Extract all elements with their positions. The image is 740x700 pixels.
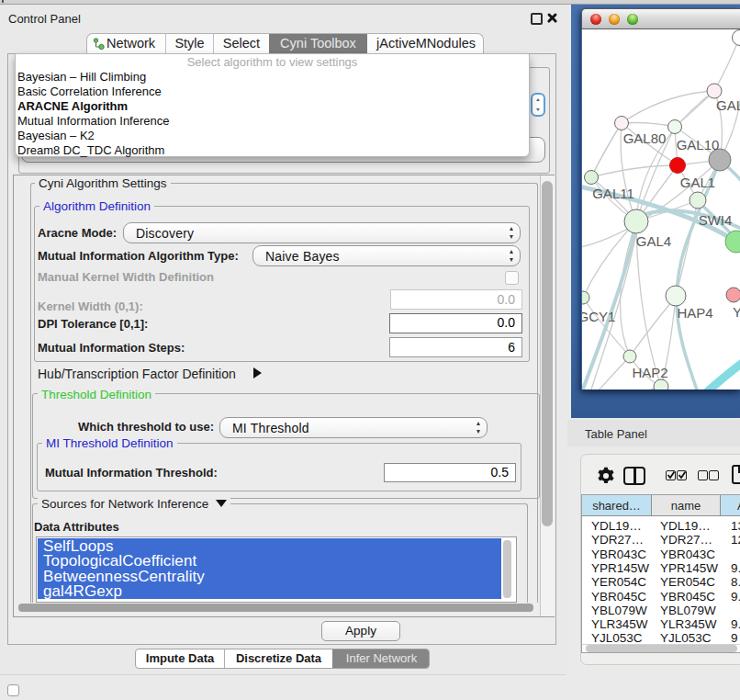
svg-text:Y: Y xyxy=(733,304,740,320)
svg-text:GAL1: GAL1 xyxy=(680,175,715,190)
svg-text:GAL10: GAL10 xyxy=(677,137,720,152)
svg-text:GAL4: GAL4 xyxy=(636,233,671,249)
svg-text:HAP2: HAP2 xyxy=(632,365,667,380)
svg-text:SWI4: SWI4 xyxy=(699,212,733,228)
svg-text:GAL8: GAL8 xyxy=(716,97,740,113)
svg-text:GAL80: GAL80 xyxy=(623,130,667,146)
svg-text:GAL11: GAL11 xyxy=(592,186,634,201)
svg-text:GCY1: GCY1 xyxy=(582,309,615,324)
svg-text:HAP4: HAP4 xyxy=(677,305,712,321)
